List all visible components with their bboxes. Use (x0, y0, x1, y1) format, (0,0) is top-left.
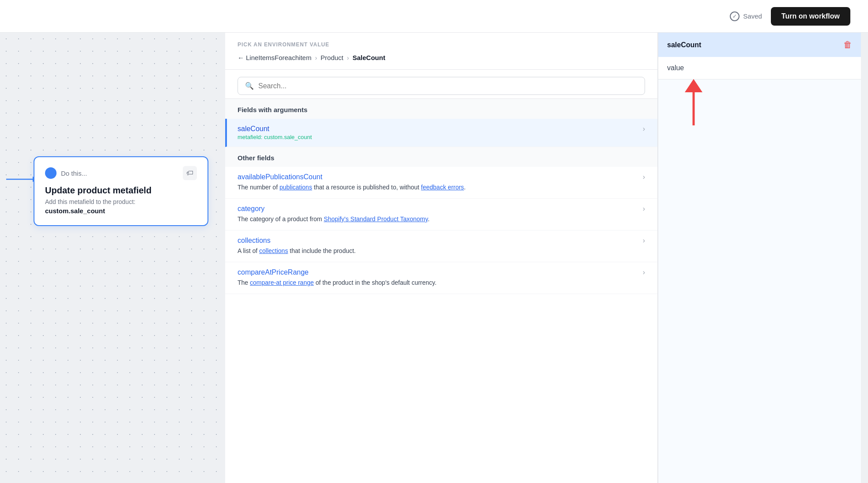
field-name-category: category (238, 205, 264, 213)
fields-list: Fields with arguments saleCount › metafi… (225, 99, 657, 483)
field-item-compare-at-price[interactable]: compareAtPriceRange › The compare-at pri… (225, 262, 657, 294)
back-arrow-icon: ← (238, 54, 244, 61)
panel-header: × PICK AN ENVIRONMENT VALUE ← LineItemsF… (225, 33, 657, 70)
breadcrumb: ← LineItemsForeachitem › Product › SaleC… (238, 54, 645, 61)
chevron-right-icon-compare: › (643, 268, 645, 276)
search-input[interactable] (258, 82, 638, 90)
blue-dot-icon (45, 167, 57, 179)
do-this-label: Do this... (61, 170, 87, 177)
svg-marker-3 (685, 79, 702, 92)
field-name-compare-at-price: compareAtPriceRange (238, 268, 309, 276)
saved-label: Saved (743, 12, 762, 20)
breadcrumb-back[interactable]: ← LineItemsForeachitem (238, 54, 311, 61)
card-description: Add this metafield to the product: (45, 198, 197, 205)
chevron-right-icon-collections: › (643, 237, 645, 245)
field-sub-salecount: metafield: custom.sale_count (238, 134, 645, 140)
field-desc-category: The category of a product from Shopify's… (238, 215, 645, 224)
breadcrumb-product[interactable]: Product (321, 54, 343, 61)
card-header: Do this... 🏷 (45, 166, 197, 180)
field-name-collections: collections (238, 237, 271, 245)
field-item-available-publications[interactable]: availablePublicationsCount › The number … (225, 167, 657, 199)
field-item-salecount[interactable]: saleCount › metafield: custom.sale_count (225, 119, 657, 147)
card-value: custom.sale_count (45, 207, 197, 215)
card-title-row: Do this... (45, 167, 87, 179)
top-bar: ✓ Saved Turn on workflow (0, 0, 868, 33)
breadcrumb-lineitems[interactable]: LineItemsForeachitem (246, 54, 311, 61)
right-panel-header: saleCount 🗑 (658, 33, 861, 57)
red-arrow-annotation (676, 77, 711, 132)
saved-indicator: ✓ Saved (730, 11, 762, 21)
chevron-right-icon-available: › (643, 173, 645, 181)
feedback-errors-link[interactable]: feedback errors (421, 184, 464, 191)
field-item-row-compare: compareAtPriceRange › (238, 268, 645, 276)
right-panel-value-label: value (667, 64, 684, 72)
field-item-collections[interactable]: collections › A list of collections that… (225, 230, 657, 262)
field-item-row-available: availablePublicationsCount › (238, 173, 645, 181)
search-input-wrap[interactable]: 🔍 (238, 77, 645, 95)
right-panel-title: saleCount (667, 41, 701, 49)
shopify-taxonomy-link[interactable]: Shopify's Standard Product Taxonomy (324, 215, 428, 223)
chevron-right-icon-salecount: › (643, 125, 645, 133)
publications-link[interactable]: publications (279, 184, 312, 191)
fields-with-args-header: Fields with arguments (225, 99, 657, 119)
compare-at-price-range-link[interactable]: compare-at price range (250, 279, 314, 286)
field-desc-available: The number of publications that a resour… (238, 183, 645, 192)
collections-link[interactable]: collections (259, 247, 288, 254)
breadcrumb-sep-2: › (347, 54, 349, 61)
field-desc-compare: The compare-at price range of the produc… (238, 278, 645, 287)
breadcrumb-salecount[interactable]: SaleCount (352, 54, 385, 61)
breadcrumb-sep-1: › (315, 54, 317, 61)
field-name-available-publications: availablePublicationsCount (238, 173, 322, 181)
delete-icon[interactable]: 🗑 (843, 40, 852, 50)
saved-check-icon: ✓ (730, 11, 740, 21)
card-main-title: Update product metafield (45, 185, 197, 196)
tag-icon: 🏷 (183, 166, 197, 180)
field-item-row-salecount: saleCount › (238, 125, 645, 133)
field-item-row-collections: collections › (238, 237, 645, 245)
field-item-category[interactable]: category › The category of a product fro… (225, 199, 657, 230)
search-wrapper: 🔍 (225, 70, 657, 99)
field-desc-collections: A list of collections that include the p… (238, 246, 645, 256)
field-item-row-category: category › (238, 205, 645, 213)
right-panel-value-item[interactable]: value (658, 57, 861, 79)
field-name-salecount: saleCount (238, 125, 269, 133)
pick-label: PICK AN ENVIRONMENT VALUE (238, 42, 645, 48)
search-icon: 🔍 (245, 82, 254, 90)
workflow-card[interactable]: Do this... 🏷 Update product metafield Ad… (34, 156, 208, 226)
right-panel: saleCount 🗑 value (658, 33, 861, 483)
turn-on-workflow-button[interactable]: Turn on workflow (771, 7, 850, 26)
left-panel: × PICK AN ENVIRONMENT VALUE ← LineItemsF… (225, 33, 658, 483)
other-fields-header: Other fields (225, 147, 657, 167)
chevron-right-icon-category: › (643, 205, 645, 213)
panel-overlay: × PICK AN ENVIRONMENT VALUE ← LineItemsF… (225, 33, 868, 483)
